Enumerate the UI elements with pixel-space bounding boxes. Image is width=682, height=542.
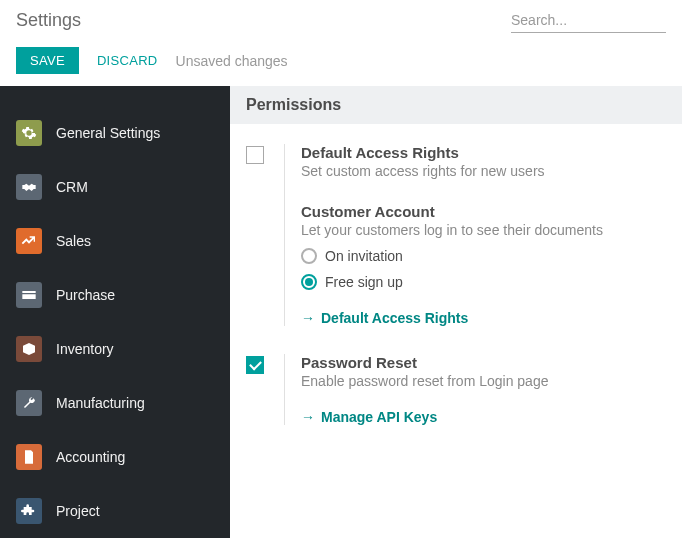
puzzle-icon: [16, 498, 42, 524]
setting-title: Password Reset: [301, 354, 666, 371]
sidebar-item-label: CRM: [56, 179, 88, 195]
main-panel: Permissions Default Access RightsSet cus…: [230, 86, 682, 538]
sidebar-item-manufacturing[interactable]: Manufacturing: [0, 376, 230, 430]
sidebar-item-label: Manufacturing: [56, 395, 145, 411]
sidebar-item-crm[interactable]: CRM: [0, 160, 230, 214]
radio-icon: [301, 248, 317, 264]
section-header: Permissions: [230, 86, 682, 124]
sidebar-item-accounting[interactable]: Accounting: [0, 430, 230, 484]
setting-row: Default Access RightsSet custom access r…: [246, 144, 666, 326]
divider: [284, 144, 285, 326]
sidebar-item-project[interactable]: Project: [0, 484, 230, 538]
radio-icon: [301, 274, 317, 290]
header: Settings SAVE DISCARD Unsaved changes: [0, 0, 682, 86]
sidebar-item-label: Inventory: [56, 341, 114, 357]
discard-button[interactable]: DISCARD: [97, 53, 158, 68]
setting-desc: Set custom access rights for new users: [301, 163, 666, 179]
radio-label: On invitation: [325, 248, 403, 264]
link-label: Manage API Keys: [321, 409, 437, 425]
arrow-right-icon: →: [301, 310, 315, 326]
setting-desc: Enable password reset from Login page: [301, 373, 666, 389]
handshake-icon: [16, 174, 42, 200]
inline-link[interactable]: →Manage API Keys: [301, 409, 666, 425]
search-input[interactable]: [511, 8, 666, 33]
sidebar: General SettingsCRMSalesPurchaseInventor…: [0, 86, 230, 538]
divider: [284, 354, 285, 425]
card-icon: [16, 282, 42, 308]
setting-subtitle: Customer Account: [301, 203, 666, 220]
setting-row: Password ResetEnable password reset from…: [246, 354, 666, 425]
sidebar-item-sales[interactable]: Sales: [0, 214, 230, 268]
checkbox[interactable]: [246, 356, 264, 374]
document-icon: [16, 444, 42, 470]
page-title: Settings: [16, 10, 81, 31]
gear-icon: [16, 120, 42, 146]
sidebar-item-general-settings[interactable]: General Settings: [0, 106, 230, 160]
unsaved-label: Unsaved changes: [176, 53, 288, 69]
setting-title: Default Access Rights: [301, 144, 666, 161]
sidebar-item-inventory[interactable]: Inventory: [0, 322, 230, 376]
sidebar-item-label: General Settings: [56, 125, 160, 141]
sidebar-item-label: Accounting: [56, 449, 125, 465]
sidebar-item-label: Project: [56, 503, 100, 519]
radio-label: Free sign up: [325, 274, 403, 290]
setting-subdesc: Let your customers log in to see their d…: [301, 222, 666, 238]
sidebar-item-purchase[interactable]: Purchase: [0, 268, 230, 322]
radio-option[interactable]: Free sign up: [301, 274, 666, 290]
save-button[interactable]: SAVE: [16, 47, 79, 74]
wrench-icon: [16, 390, 42, 416]
chart-up-icon: [16, 228, 42, 254]
arrow-right-icon: →: [301, 409, 315, 425]
radio-option[interactable]: On invitation: [301, 248, 666, 264]
sidebar-item-label: Purchase: [56, 287, 115, 303]
sidebar-item-label: Sales: [56, 233, 91, 249]
box-icon: [16, 336, 42, 362]
inline-link[interactable]: →Default Access Rights: [301, 310, 666, 326]
link-label: Default Access Rights: [321, 310, 468, 326]
checkbox[interactable]: [246, 146, 264, 164]
